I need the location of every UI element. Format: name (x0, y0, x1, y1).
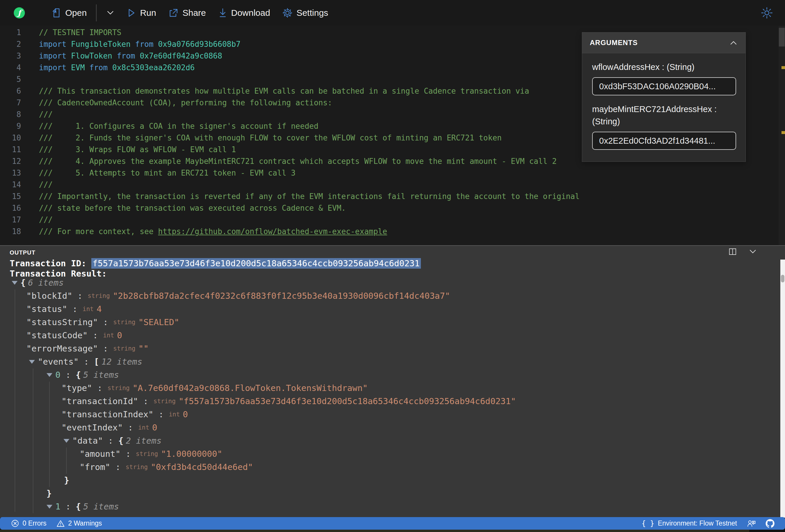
code-line: 14/// (0, 179, 785, 191)
json-sep: : (103, 434, 118, 448)
json-key: "amount" (80, 448, 121, 461)
chevron-up-icon[interactable] (729, 40, 738, 45)
feedback-icon[interactable] (747, 520, 756, 528)
code-text: /// 5. Attempts to mint an ERC721 token … (39, 167, 296, 179)
json-key: "data" (72, 434, 103, 448)
json-sep: : (121, 448, 136, 461)
code-token: 0x9a0766d93b6608b7 (158, 40, 240, 49)
editor-scrollbar[interactable] (779, 26, 785, 245)
errors-status[interactable]: 0 Errors (11, 520, 47, 527)
json-key: "statusString" (26, 316, 98, 329)
share-button[interactable]: Share (164, 5, 210, 21)
arguments-panel: ARGUMENTS wflowAddressHex : (String)mayb… (582, 32, 746, 162)
argument-label: maybeMintERC721AddressHex : (String) (592, 103, 736, 128)
expand-arrow-icon[interactable] (29, 360, 35, 364)
split-view-icon[interactable] (729, 248, 736, 255)
arguments-header[interactable]: ARGUMENTS (582, 32, 745, 53)
json-type: int (169, 408, 183, 421)
expand-arrow-icon[interactable] (47, 373, 52, 377)
code-text: /// 3. Wraps FLOW as WFLOW - EVM call 1 (39, 144, 236, 155)
json-sep: : (138, 395, 153, 408)
json-str: "1.00000000" (161, 448, 223, 461)
json-idx: 1 (55, 500, 60, 513)
flow-logo-icon[interactable]: ƒ (14, 7, 25, 19)
json-key: "transactionIndex" (61, 408, 153, 421)
line-number: 16 (0, 202, 21, 214)
settings-button[interactable]: Settings (278, 5, 332, 21)
json-key: "eventIndex" (61, 421, 123, 434)
json-items: 12 items (99, 355, 143, 369)
braces-icon: { } (641, 520, 654, 528)
line-number: 13 (0, 167, 21, 179)
json-key: "statusCode" (26, 329, 88, 342)
json-row: } (0, 487, 779, 500)
line-number: 17 (0, 214, 21, 226)
transaction-id-label: Transaction ID: (10, 258, 91, 268)
code-token: from (89, 63, 112, 72)
download-button[interactable]: Download (214, 5, 274, 21)
code-line: 15/// Importantly, the transaction is re… (0, 191, 785, 202)
json-brace: } (47, 487, 52, 500)
code-link[interactable]: https://github.com/onflow/batched-evm-ex… (158, 227, 387, 236)
code-text: // TESTNET IMPORTS (39, 27, 122, 38)
argument-input[interactable] (592, 132, 736, 150)
code-token: /// 2. Funds the signer's COA with enoug… (39, 133, 502, 142)
collapse-output-chevron-icon[interactable] (749, 249, 757, 254)
settings-label: Settings (297, 8, 328, 18)
output-scrollbar-thumb[interactable] (781, 275, 784, 282)
code-token: /// For more context, see (39, 227, 158, 236)
line-number: 12 (0, 155, 21, 167)
error-icon (11, 520, 19, 527)
arguments-body: wflowAddressHex : (String)maybeMintERC72… (582, 53, 745, 165)
expand-arrow-icon[interactable] (64, 439, 69, 443)
json-items: 5 items (81, 369, 119, 382)
environment-status[interactable]: { } Environment: Flow Testnet (641, 520, 737, 528)
code-text: import EVM from 0x8c5303eaa26202d6 (39, 62, 195, 73)
code-text: import FlowToken from 0x7e60df042a9c0868 (39, 50, 222, 62)
code-token: import (39, 40, 71, 49)
open-dropdown-button[interactable] (102, 7, 119, 19)
warnings-status[interactable]: 2 Warnings (56, 520, 102, 527)
json-str: "2b28cbfb87da2cfec4f0232c6f883f0f12c95b3… (113, 289, 450, 303)
json-key: "events" (38, 355, 79, 369)
editor-scrollbar-thumb[interactable] (779, 28, 785, 47)
output-title: OUTPUT (10, 249, 35, 256)
json-brace: { (21, 276, 25, 289)
json-brace: { (76, 500, 81, 513)
environment-label: Environment: Flow Testnet (658, 520, 737, 527)
code-text: /// 1. Configures a COA in the signer's … (39, 120, 319, 132)
code-token: from (117, 51, 140, 60)
code-token: /// Importantly, the transaction is reve… (39, 192, 580, 201)
json-row: "status" : int4 (0, 303, 779, 316)
arguments-title: ARGUMENTS (590, 39, 638, 47)
gear-icon (282, 8, 293, 18)
line-number: 6 (0, 85, 21, 97)
json-sep: : (67, 303, 82, 316)
code-token: from (135, 40, 158, 49)
json-idx: 0 (55, 369, 60, 382)
theme-toggle-button[interactable] (760, 6, 773, 21)
json-row: } (0, 474, 779, 487)
line-number: 5 (0, 73, 21, 85)
code-token: /// 4. Approves the example MaybeMintERC… (39, 157, 557, 166)
github-icon[interactable] (766, 519, 775, 528)
json-key: "transactionId" (61, 395, 138, 408)
status-bar: 0 Errors 2 Warnings { } Environment: Flo… (0, 517, 785, 530)
run-button[interactable]: Run (123, 5, 160, 21)
transaction-id-value[interactable]: f557a1573b76aa53e73d46f3e10d200d5c18a653… (91, 258, 421, 269)
json-str: "A.7e60df042a9c0868.FlowToken.TokensWith… (133, 382, 368, 395)
code-token: EVM (71, 63, 90, 72)
json-items: 6 items (25, 276, 64, 289)
line-number: 11 (0, 144, 21, 155)
expand-arrow-icon[interactable] (12, 281, 18, 285)
open-button[interactable]: Open (48, 5, 91, 21)
json-brace: } (64, 474, 69, 487)
argument-input[interactable] (592, 77, 736, 95)
expand-arrow-icon[interactable] (47, 505, 52, 509)
json-type: string (153, 395, 179, 408)
json-row: "amount" : string"1.00000000" (0, 448, 779, 461)
run-label: Run (140, 8, 156, 18)
json-type: string (113, 342, 138, 355)
output-scrollbar[interactable] (780, 259, 785, 518)
code-line: 17/// (0, 214, 785, 226)
